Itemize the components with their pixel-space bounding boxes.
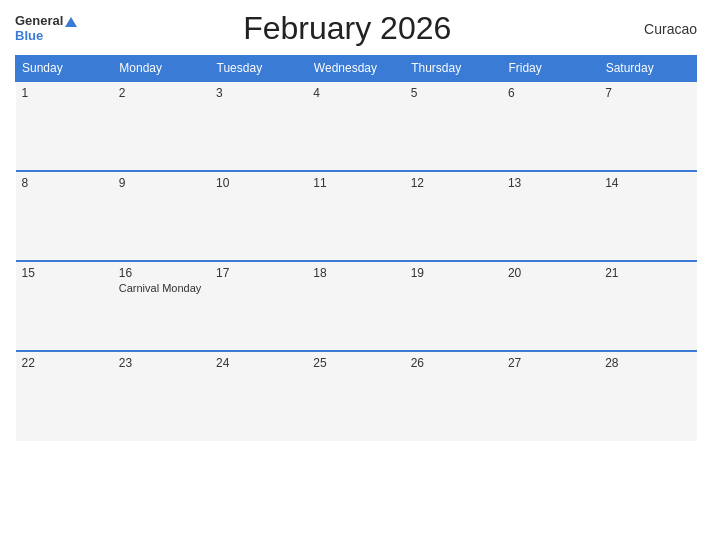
- day-number-15: 15: [22, 266, 107, 280]
- day-number-1: 1: [22, 86, 107, 100]
- day-number-20: 20: [508, 266, 593, 280]
- day-number-2: 2: [119, 86, 204, 100]
- day-cell-8: 8: [16, 171, 113, 261]
- day-cell-25: 25: [307, 351, 404, 441]
- day-cell-12: 12: [405, 171, 502, 261]
- day-number-18: 18: [313, 266, 398, 280]
- day-number-19: 19: [411, 266, 496, 280]
- header-sunday: Sunday: [16, 56, 113, 82]
- day-number-10: 10: [216, 176, 301, 190]
- day-cell-19: 19: [405, 261, 502, 351]
- logo-general-text: General: [15, 14, 77, 28]
- logo-triangle-icon: [65, 17, 77, 27]
- calendar-container: General Blue February 2026 Curacao Sunda…: [0, 0, 712, 550]
- day-cell-24: 24: [210, 351, 307, 441]
- day-cell-17: 17: [210, 261, 307, 351]
- day-number-14: 14: [605, 176, 690, 190]
- day-cell-22: 22: [16, 351, 113, 441]
- day-number-25: 25: [313, 356, 398, 370]
- day-number-11: 11: [313, 176, 398, 190]
- day-cell-13: 13: [502, 171, 599, 261]
- day-cell-10: 10: [210, 171, 307, 261]
- day-cell-23: 23: [113, 351, 210, 441]
- day-number-23: 23: [119, 356, 204, 370]
- day-cell-26: 26: [405, 351, 502, 441]
- header-thursday: Thursday: [405, 56, 502, 82]
- day-number-24: 24: [216, 356, 301, 370]
- day-cell-20: 20: [502, 261, 599, 351]
- day-number-4: 4: [313, 86, 398, 100]
- day-cell-3: 3: [210, 81, 307, 171]
- day-cell-16: 16Carnival Monday: [113, 261, 210, 351]
- day-number-17: 17: [216, 266, 301, 280]
- day-number-27: 27: [508, 356, 593, 370]
- day-number-16: 16: [119, 266, 204, 280]
- logo: General Blue: [15, 14, 77, 43]
- calendar-grid: Sunday Monday Tuesday Wednesday Thursday…: [15, 55, 697, 441]
- day-number-13: 13: [508, 176, 593, 190]
- week-row-4: 22232425262728: [16, 351, 697, 441]
- day-cell-6: 6: [502, 81, 599, 171]
- calendar-header: General Blue February 2026 Curacao: [15, 10, 697, 47]
- calendar-event: Carnival Monday: [119, 282, 204, 294]
- calendar-title: February 2026: [77, 10, 617, 47]
- day-cell-4: 4: [307, 81, 404, 171]
- day-number-8: 8: [22, 176, 107, 190]
- day-cell-18: 18: [307, 261, 404, 351]
- day-number-28: 28: [605, 356, 690, 370]
- day-cell-27: 27: [502, 351, 599, 441]
- region-label: Curacao: [617, 21, 697, 37]
- weekday-header-row: Sunday Monday Tuesday Wednesday Thursday…: [16, 56, 697, 82]
- day-cell-1: 1: [16, 81, 113, 171]
- day-cell-14: 14: [599, 171, 696, 261]
- day-number-21: 21: [605, 266, 690, 280]
- day-number-6: 6: [508, 86, 593, 100]
- day-cell-21: 21: [599, 261, 696, 351]
- week-row-2: 891011121314: [16, 171, 697, 261]
- day-number-5: 5: [411, 86, 496, 100]
- day-number-9: 9: [119, 176, 204, 190]
- logo-blue-text: Blue: [15, 29, 43, 43]
- day-number-26: 26: [411, 356, 496, 370]
- week-row-3: 1516Carnival Monday1718192021: [16, 261, 697, 351]
- day-number-22: 22: [22, 356, 107, 370]
- day-cell-5: 5: [405, 81, 502, 171]
- day-cell-15: 15: [16, 261, 113, 351]
- header-tuesday: Tuesday: [210, 56, 307, 82]
- header-friday: Friday: [502, 56, 599, 82]
- day-number-7: 7: [605, 86, 690, 100]
- day-cell-2: 2: [113, 81, 210, 171]
- header-saturday: Saturday: [599, 56, 696, 82]
- header-wednesday: Wednesday: [307, 56, 404, 82]
- day-cell-11: 11: [307, 171, 404, 261]
- day-cell-9: 9: [113, 171, 210, 261]
- day-cell-28: 28: [599, 351, 696, 441]
- day-number-12: 12: [411, 176, 496, 190]
- header-monday: Monday: [113, 56, 210, 82]
- day-number-3: 3: [216, 86, 301, 100]
- day-cell-7: 7: [599, 81, 696, 171]
- week-row-1: 1234567: [16, 81, 697, 171]
